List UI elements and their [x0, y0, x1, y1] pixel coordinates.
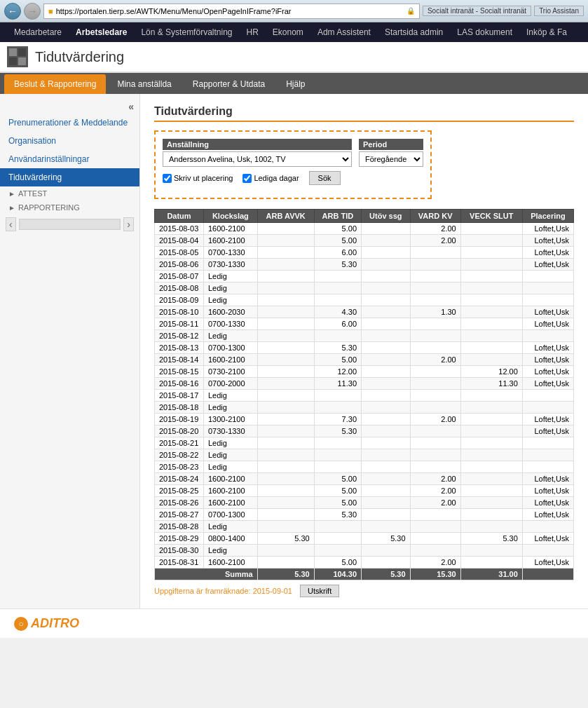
- nav-lon[interactable]: Lön & Systemförvaltning: [134, 22, 239, 42]
- sidebar-item-anvandare[interactable]: Användarinställningar: [0, 150, 139, 168]
- table-row: 2015-08-07Ledig: [155, 271, 574, 282]
- nav-arbetsledare[interactable]: Arbetsledare: [69, 22, 134, 42]
- top-navigation: Medarbetare Arbetsledare Lön & Systemför…: [0, 22, 588, 42]
- data-table: Datum Klockslag ARB AVVK ARB TID Utöv ss…: [154, 209, 574, 580]
- checkbox-lediga: Lediga dagar: [242, 174, 299, 183]
- col-vard-kv: VARD KV: [410, 210, 460, 223]
- nav-hr[interactable]: HR: [240, 22, 266, 42]
- table-row: 2015-08-09Ledig: [155, 294, 574, 306]
- page-header: Tidutvärdering: [0, 42, 588, 73]
- anstallning-select[interactable]: Andersson Avelina, Usk, 1002, TV: [163, 151, 352, 167]
- col-klockslag: Klockslag: [204, 210, 258, 223]
- sidebar-pagination: ‹ ›: [0, 215, 139, 234]
- table-row: 2015-08-270700-13005.30Loftet,Usk: [155, 509, 574, 521]
- main-content: « Prenumerationer & Meddelande Organisat…: [0, 94, 588, 608]
- checkbox-skriv-ut-input[interactable]: [163, 174, 172, 183]
- chevron-right-icon-2: ►: [8, 204, 15, 212]
- icon-sq-1: [9, 48, 17, 56]
- table-row: 2015-08-150730-210012.0012.00Loftet,Usk: [155, 366, 574, 378]
- table-row: 2015-08-130700-13005.30Loftet,Usk: [155, 342, 574, 354]
- checkbox-row: Skriv ut placering Lediga dagar Sök: [163, 171, 423, 185]
- period-label: Period: [359, 139, 423, 150]
- url-icon: ■: [48, 7, 53, 15]
- sidebar-item-prenumerationer[interactable]: Prenumerationer & Meddelande: [0, 114, 139, 132]
- table-row: 2015-08-28Ledig: [155, 521, 574, 533]
- nav-inkop[interactable]: Inköp & Fa: [519, 22, 574, 42]
- summa-vard-kv: 15.30: [410, 569, 460, 580]
- period-select[interactable]: Föregående Innevarande Nästa: [359, 151, 423, 167]
- aditro-icon: ○: [14, 617, 28, 631]
- table-row: 2015-08-050700-13306.00Loftet,Usk: [155, 247, 574, 259]
- sidebar-item-tidutvardering[interactable]: Tidutvärdering: [0, 168, 139, 186]
- aditro-logo: ○ ADITRO: [14, 616, 79, 631]
- page-footer: ○ ADITRO: [0, 608, 588, 638]
- table-row: 2015-08-290800-14005.305.305.30Loftet,Us…: [155, 533, 574, 545]
- table-row: 2015-08-21Ledig: [155, 437, 574, 449]
- col-placering: Placering: [522, 210, 573, 223]
- table-row: 2015-08-110700-13306.00Loftet,Usk: [155, 318, 574, 330]
- sidebar-next-button[interactable]: ›: [123, 217, 134, 231]
- form-container: Anställning Andersson Avelina, Usk, 1002…: [154, 130, 432, 199]
- content-area: Tidutvärdering Anställning Andersson Ave…: [140, 94, 588, 608]
- sidebar-collapse-button[interactable]: «: [0, 100, 139, 114]
- page-icon: [7, 46, 28, 67]
- nav-adm[interactable]: Adm Assistent: [310, 22, 378, 42]
- url-bar[interactable]: ■ https://portalen.tierp.se/AWTK/Menu/Me…: [43, 4, 420, 19]
- table-container: Datum Klockslag ARB AVVK ARB TID Utöv ss…: [154, 209, 574, 580]
- print-button[interactable]: Utskrift: [300, 585, 339, 597]
- sidebar: « Prenumerationer & Meddelande Organisat…: [0, 94, 140, 608]
- tab-hjalp[interactable]: Hjälp: [276, 74, 315, 94]
- sidebar-prev-button[interactable]: ‹: [6, 217, 16, 231]
- summa-arb-avvk: 5.30: [257, 569, 314, 580]
- checkbox-lediga-input[interactable]: [242, 174, 252, 183]
- table-row: 2015-08-200730-13305.30Loftet,Usk: [155, 426, 574, 437]
- table-row: 2015-08-17Ledig: [155, 390, 574, 402]
- col-arb-avvk: ARB AVVK: [257, 210, 314, 223]
- icon-sq-2: [18, 48, 26, 56]
- tab-beslut[interactable]: Beslut & Rapportering: [4, 74, 106, 94]
- table-row: 2015-08-191300-21007.302.00Loftet,Usk: [155, 414, 574, 426]
- anstallning-label: Anställning: [163, 139, 352, 150]
- search-button[interactable]: Sök: [309, 171, 341, 185]
- checkbox-skriv-ut: Skriv ut placering: [163, 174, 233, 183]
- table-row: 2015-08-101600-20304.301.30Loftet,Usk: [155, 306, 574, 318]
- table-row: 2015-08-031600-21005.002.00Loftet,Usk: [155, 223, 574, 235]
- tab-rapporter[interactable]: Rapporter & Utdata: [183, 74, 275, 94]
- col-veck-slut: VECK SLUT: [460, 210, 522, 223]
- summa-placering: [522, 569, 573, 580]
- tab-bar: Beslut & Rapportering Mina anställda Rap…: [0, 73, 588, 94]
- sidebar-group-attest[interactable]: ► ATTEST: [0, 186, 139, 200]
- table-row: 2015-08-261600-21005.002.00Loftet,Usk: [155, 497, 574, 509]
- browser-tab-1[interactable]: Socialt intranät - Socialt intranät: [423, 6, 531, 16]
- col-datum: Datum: [155, 210, 204, 223]
- table-row: 2015-08-160700-200011.3011.30Loftet,Usk: [155, 378, 574, 390]
- back-button[interactable]: ←: [4, 3, 21, 20]
- table-header-row: Datum Klockslag ARB AVVK ARB TID Utöv ss…: [155, 210, 574, 223]
- table-row: 2015-08-18Ledig: [155, 402, 574, 414]
- table-row: 2015-08-311600-21005.002.00Loftet,Usk: [155, 557, 574, 569]
- nav-startsida[interactable]: Startsida admin: [378, 22, 450, 42]
- anstallning-group: Anställning Andersson Avelina, Usk, 1002…: [163, 139, 352, 167]
- footer-info-row: Uppgifterna är framräknade: 2015-09-01 U…: [154, 585, 574, 597]
- url-text: https://portalen.tierp.se/AWTK/Menu/Menu…: [56, 7, 404, 15]
- tab-mina[interactable]: Mina anställda: [107, 74, 181, 94]
- browser-chrome: ← → ■ https://portalen.tierp.se/AWTK/Men…: [0, 0, 588, 22]
- sidebar-group-rapportering[interactable]: ► RAPPORTERING: [0, 200, 139, 215]
- summa-arb-tid: 104.30: [314, 569, 361, 580]
- page-title: Tidutvärdering: [35, 49, 124, 65]
- sidebar-item-organisation[interactable]: Organisation: [0, 132, 139, 150]
- sidebar-page-indicator: [19, 219, 121, 230]
- forward-button[interactable]: →: [24, 3, 41, 20]
- chevron-right-icon: ►: [8, 190, 15, 198]
- form-row-fields: Anställning Andersson Avelina, Usk, 1002…: [163, 139, 423, 167]
- col-utov-ssg: Utöv ssg: [362, 210, 411, 223]
- browser-tab-2[interactable]: Trio Assistan: [534, 6, 584, 16]
- icon-sq-4: [18, 57, 26, 65]
- table-row: 2015-08-23Ledig: [155, 461, 574, 473]
- table-row: 2015-08-30Ledig: [155, 545, 574, 557]
- col-arb-tid: ARB TID: [314, 210, 361, 223]
- nav-medarbetare[interactable]: Medarbetare: [7, 22, 69, 42]
- nav-las[interactable]: LAS dokument: [450, 22, 519, 42]
- nav-ekonom[interactable]: Ekonom: [266, 22, 310, 42]
- table-row: 2015-08-22Ledig: [155, 449, 574, 461]
